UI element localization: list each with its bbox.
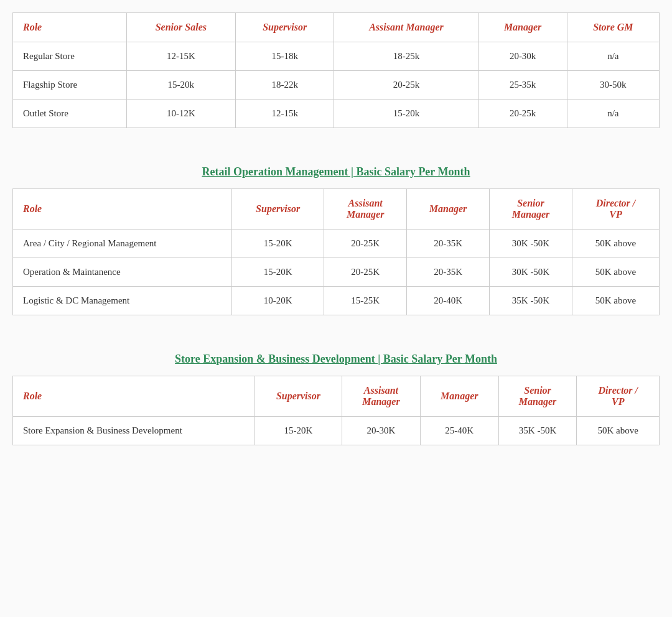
table3-col-header-0: Role: [13, 376, 255, 417]
table1-cell-1-5: 30-50k: [567, 71, 659, 100]
table2-cell-0-2: 20-25K: [324, 230, 407, 258]
table2-cell-0-4: 30K -50K: [490, 230, 572, 258]
table-row: Store Expansion & Business Development15…: [13, 417, 660, 445]
table3-header-row: RoleSupervisorAssisant ManagerManagerSen…: [13, 376, 660, 417]
table1-cell-2-4: 20-25k: [478, 100, 567, 128]
table1-cell-2-2: 12-15k: [236, 100, 334, 128]
table1-cell-2-5: n/a: [567, 100, 659, 128]
table1-col-header-2: Supervisor: [236, 13, 334, 42]
table1-col-header-1: Senior Sales: [126, 13, 235, 42]
table3-cell-0-0: Store Expansion & Business Development: [13, 417, 255, 445]
table1-cell-1-1: 15-20k: [126, 71, 235, 100]
table2-cell-2-1: 10-20K: [232, 287, 324, 315]
table2-cell-2-5: 50K above: [572, 287, 659, 315]
table-row: Logistic & DC Management10-20K15-25K20-4…: [13, 287, 660, 315]
table1-cell-2-1: 10-12K: [126, 100, 235, 128]
table1-col-header-4: Manager: [478, 13, 567, 42]
table1-cell-0-4: 20-30k: [478, 42, 567, 71]
table-row: Operation & Maintanence15-20K20-25K20-35…: [13, 258, 660, 287]
table2-cell-0-1: 15-20K: [232, 230, 324, 258]
table3-col-header-2: Assisant Manager: [342, 376, 421, 417]
table3-cell-0-3: 25-40K: [420, 417, 498, 445]
table2-cell-1-4: 30K -50K: [490, 258, 572, 287]
table1-cell-0-2: 15-18k: [236, 42, 334, 71]
section2-title: Retail Operation Management | Basic Sala…: [12, 165, 660, 179]
table2-cell-1-3: 20-35K: [407, 258, 490, 287]
store-salary-table: RoleSenior SalesSupervisorAssisant Manag…: [12, 12, 660, 128]
table1-col-header-3: Assisant Manager: [334, 13, 478, 42]
table2-col-header-3: Manager: [407, 189, 490, 230]
table2-cell-2-2: 15-25K: [324, 287, 407, 315]
table2-col-header-0: Role: [13, 189, 232, 230]
table3-cell-0-2: 20-30K: [342, 417, 421, 445]
table2-col-header-4: Senior Manager: [490, 189, 572, 230]
table1-cell-0-1: 12-15K: [126, 42, 235, 71]
spacer2: [12, 322, 660, 334]
table1-cell-1-3: 20-25k: [334, 71, 478, 100]
table3-cell-0-1: 15-20K: [254, 417, 342, 445]
table3-col-header-3: Manager: [420, 376, 498, 417]
table1-cell-0-0: Regular Store: [13, 42, 127, 71]
table-row: Outlet Store10-12K12-15k15-20k20-25kn/a: [13, 100, 660, 128]
table-row: Flagship Store15-20k18-22k20-25k25-35k30…: [13, 71, 660, 100]
table2-cell-2-4: 35K -50K: [490, 287, 572, 315]
table1-cell-1-4: 25-35k: [478, 71, 567, 100]
table1-cell-1-0: Flagship Store: [13, 71, 127, 100]
table1-cell-2-3: 15-20k: [334, 100, 478, 128]
table3-col-header-5: Director / VP: [577, 376, 660, 417]
table1-col-header-5: Store GM: [567, 13, 659, 42]
table1-cell-2-0: Outlet Store: [13, 100, 127, 128]
table-row: Regular Store12-15K15-18k18-25k20-30kn/a: [13, 42, 660, 71]
table1-header-row: RoleSenior SalesSupervisorAssisant Manag…: [13, 13, 660, 42]
table2-cell-1-1: 15-20K: [232, 258, 324, 287]
table1-cell-0-5: n/a: [567, 42, 659, 71]
table1-cell-1-2: 18-22k: [236, 71, 334, 100]
table3-col-header-1: Supervisor: [254, 376, 342, 417]
table3-col-header-4: Senior Manager: [498, 376, 577, 417]
table2-cell-1-2: 20-25K: [324, 258, 407, 287]
section3-title: Store Expansion & Business Development |…: [12, 353, 660, 366]
table-row: Area / City / Regional Management15-20K2…: [13, 230, 660, 258]
table2-cell-2-3: 20-40K: [407, 287, 490, 315]
table2-col-header-1: Supervisor: [232, 189, 324, 230]
retail-ops-table: RoleSupervisorAssisant ManagerManagerSen…: [12, 188, 660, 315]
table2-cell-0-0: Area / City / Regional Management: [13, 230, 232, 258]
table2-col-header-5: Director / VP: [572, 189, 659, 230]
table2-col-header-2: Assisant Manager: [324, 189, 407, 230]
table2-cell-1-0: Operation & Maintanence: [13, 258, 232, 287]
table2-header-row: RoleSupervisorAssisant ManagerManagerSen…: [13, 189, 660, 230]
table3-cell-0-4: 35K -50K: [498, 417, 577, 445]
table2-cell-2-0: Logistic & DC Management: [13, 287, 232, 315]
expansion-table: RoleSupervisorAssisant ManagerManagerSen…: [12, 376, 660, 445]
table1-cell-0-3: 18-25k: [334, 42, 478, 71]
table2-cell-1-5: 50K above: [572, 258, 659, 287]
table2-cell-0-5: 50K above: [572, 230, 659, 258]
spacer1: [12, 134, 660, 147]
table2-cell-0-3: 20-35K: [407, 230, 490, 258]
table3-cell-0-5: 50K above: [577, 417, 660, 445]
table1-col-header-0: Role: [13, 13, 127, 42]
